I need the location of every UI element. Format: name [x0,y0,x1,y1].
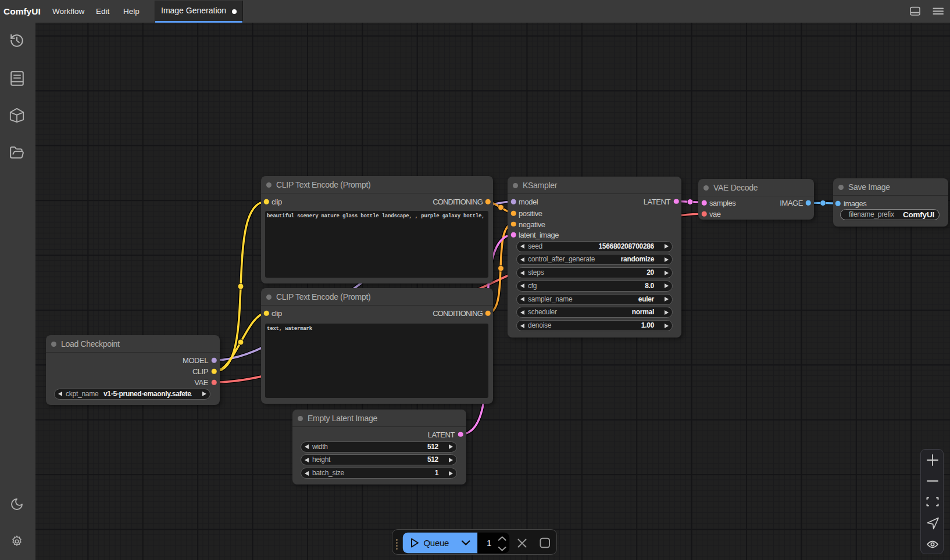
svg-text:1: 1 [487,538,491,548]
svg-text:Queue: Queue [424,538,449,548]
